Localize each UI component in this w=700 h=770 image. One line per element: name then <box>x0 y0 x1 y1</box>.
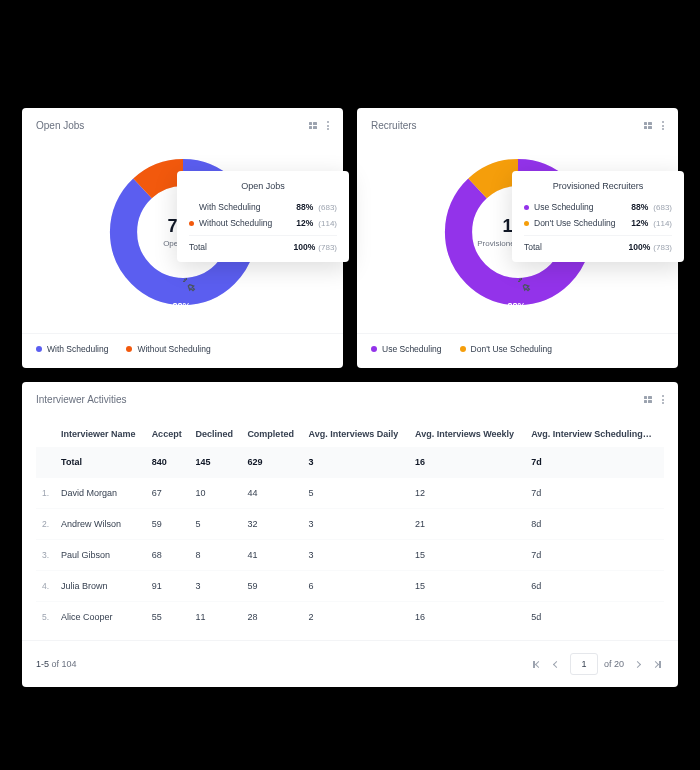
cell: 5 <box>190 509 242 540</box>
cell: 68 <box>146 540 190 571</box>
cell: 840 <box>146 447 190 478</box>
cell: 5 <box>303 478 409 509</box>
col-daily[interactable]: Avg. Interviews Daily <box>303 421 409 447</box>
legend-item: Use Scheduling <box>371 344 442 354</box>
cell: 59 <box>241 571 302 602</box>
row-index: 4. <box>36 571 55 602</box>
legend-item: Without Scheduling <box>126 344 210 354</box>
table-row[interactable]: 2.Andrew Wilson595323218d <box>36 509 664 540</box>
cell: 6 <box>303 571 409 602</box>
page-of-label: of 20 <box>604 659 624 669</box>
legend-label: With Scheduling <box>47 344 108 354</box>
kebab-menu-icon[interactable] <box>662 395 664 404</box>
cell: 5d <box>525 602 664 633</box>
table-row[interactable]: 4.Julia Brown913596156d <box>36 571 664 602</box>
cell: 3 <box>190 571 242 602</box>
cell: 16 <box>409 447 525 478</box>
cell: 12 <box>409 478 525 509</box>
header-actions <box>309 121 329 130</box>
popover-label: Use Scheduling <box>534 202 626 212</box>
cell: 67 <box>146 478 190 509</box>
legend-label: Use Scheduling <box>382 344 442 354</box>
cell: 8 <box>190 540 242 571</box>
row-index: 1. <box>36 478 55 509</box>
legend-dot <box>36 346 42 352</box>
legend-dot <box>460 346 466 352</box>
popover-count: (114) <box>318 219 337 228</box>
cell: 3 <box>303 509 409 540</box>
popover-title: Provisioned Recruiters <box>524 181 672 191</box>
recruiters-card: Recruiters 121 Provisioned Recruiters 12… <box>357 108 678 368</box>
col-sched[interactable]: Avg. Interview Scheduling… <box>525 421 664 447</box>
cell: 10 <box>190 478 242 509</box>
legend-dot <box>524 221 529 226</box>
chart-area: 783 Open Jobs 12% 88% Open Jobs With Sch… <box>22 139 343 333</box>
donut-pct-b: 12% <box>507 150 525 160</box>
popover-pct: 88% <box>631 202 648 212</box>
kebab-menu-icon[interactable] <box>662 121 664 130</box>
col-accept[interactable]: Accept <box>146 421 190 447</box>
col-declined[interactable]: Declined <box>190 421 242 447</box>
legend-item: Don't Use Scheduling <box>460 344 552 354</box>
cell: 7d <box>525 447 664 478</box>
cursor-icon <box>181 276 197 292</box>
cell: 8d <box>525 509 664 540</box>
chart-options-icon[interactable] <box>644 396 652 403</box>
popover-row: Without Scheduling 12% (114) <box>189 215 337 231</box>
legend-label: Don't Use Scheduling <box>471 344 552 354</box>
pagination-range: 1-5 of 104 <box>36 659 77 669</box>
cell: 629 <box>241 447 302 478</box>
table-row[interactable]: 5.Alice Cooper5511282165d <box>36 602 664 633</box>
cell: 21 <box>409 509 525 540</box>
popover-total-label: Total <box>524 242 542 252</box>
table-row[interactable]: 3.Paul Gibson688413157d <box>36 540 664 571</box>
open-jobs-card: Open Jobs 783 Open Jobs 12% 88% <box>22 108 343 368</box>
cell: 28 <box>241 602 302 633</box>
popover-total-count: (783) <box>318 243 337 252</box>
popover-count: (683) <box>653 203 672 212</box>
row-index: 3. <box>36 540 55 571</box>
legend: With Scheduling Without Scheduling <box>22 333 343 368</box>
popover-label: With Scheduling <box>199 202 291 212</box>
donut-pct-a: 88% <box>173 301 191 311</box>
pagination: of 20 <box>530 653 664 675</box>
page-input[interactable] <box>570 653 598 675</box>
cell: 41 <box>241 540 302 571</box>
popover-row: Don't Use Scheduling 12% (114) <box>524 215 672 231</box>
legend-dot <box>189 221 194 226</box>
col-weekly[interactable]: Avg. Interviews Weekly <box>409 421 525 447</box>
cell: 7d <box>525 540 664 571</box>
legend-label: Without Scheduling <box>137 344 210 354</box>
popover-total: Total 100%(783) <box>524 235 672 252</box>
cell: 3 <box>303 447 409 478</box>
table-header-row: Interviewer Name Accept Declined Complet… <box>36 421 664 447</box>
legend-dot <box>524 205 529 210</box>
popover-count: (114) <box>653 219 672 228</box>
kebab-menu-icon[interactable] <box>327 121 329 130</box>
cell: 7d <box>525 478 664 509</box>
cell: 55 <box>146 602 190 633</box>
cell: 145 <box>190 447 242 478</box>
page-prev-button[interactable] <box>550 657 564 671</box>
col-name[interactable]: Interviewer Name <box>55 421 146 447</box>
chart-area: 121 Provisioned Recruiters 12% 88% Provi… <box>357 139 678 333</box>
cell: 16 <box>409 602 525 633</box>
card-title: Interviewer Activities <box>36 394 127 405</box>
table-total-row: Total 840 145 629 3 16 7d <box>36 447 664 478</box>
popover-pct: 88% <box>296 202 313 212</box>
page-next-button[interactable] <box>630 657 644 671</box>
popover-total-pct: 100% <box>629 242 651 252</box>
legend-dot <box>371 346 377 352</box>
range-current: 1-5 <box>36 659 49 669</box>
chart-options-icon[interactable] <box>309 122 317 129</box>
table-row[interactable]: 1.David Morgan6710445127d <box>36 478 664 509</box>
chart-options-icon[interactable] <box>644 122 652 129</box>
cell: David Morgan <box>55 478 146 509</box>
cell: Julia Brown <box>55 571 146 602</box>
cell: Paul Gibson <box>55 540 146 571</box>
header-actions <box>644 121 664 130</box>
popover-total: Total 100%(783) <box>189 235 337 252</box>
page-first-button[interactable] <box>530 657 544 671</box>
col-completed[interactable]: Completed <box>241 421 302 447</box>
page-last-button[interactable] <box>650 657 664 671</box>
